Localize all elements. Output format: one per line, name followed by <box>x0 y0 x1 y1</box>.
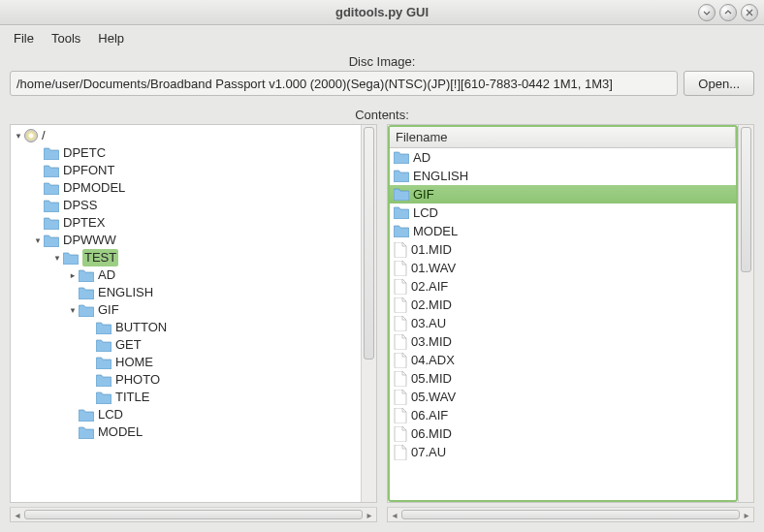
list-row[interactable]: 03.AU <box>390 314 736 332</box>
list-row[interactable]: 03.MID <box>390 332 736 351</box>
folder-icon <box>96 322 111 334</box>
list-item-label: 06.AIF <box>411 408 448 422</box>
list-row[interactable]: AD <box>390 148 736 167</box>
tree-row[interactable]: ▸AD <box>13 266 359 284</box>
minimize-button[interactable] <box>698 4 716 21</box>
folder-icon <box>394 225 409 237</box>
window-title: gditools.py GUI <box>6 5 758 19</box>
list-row[interactable]: LCD <box>390 203 736 222</box>
file-icon <box>394 297 407 313</box>
folder-icon <box>79 304 94 317</box>
tree-row[interactable]: HOME <box>13 354 359 371</box>
file-icon <box>394 445 407 460</box>
list-item-label: 06.MID <box>411 426 452 441</box>
column-header-filename[interactable]: Filename <box>390 127 736 148</box>
folder-icon <box>96 357 111 369</box>
list-row[interactable]: 06.AIF <box>390 406 736 424</box>
tree-row[interactable]: PHOTO <box>13 371 359 389</box>
folder-icon <box>44 182 59 195</box>
file-list[interactable]: Filename ADENGLISHGIFLCDMODEL01.MID01.WA… <box>388 125 738 502</box>
folder-icon <box>79 409 94 422</box>
tree-item-label: TITLE <box>115 389 149 406</box>
menu-tools[interactable]: Tools <box>44 28 88 48</box>
list-row[interactable]: 06.MID <box>390 424 736 443</box>
list-row[interactable]: 02.MID <box>390 296 736 314</box>
disc-image-label: Disc Image: <box>0 50 764 71</box>
chevron-down-icon[interactable]: ▾ <box>51 249 63 266</box>
tree-item-label: HOME <box>115 354 153 371</box>
chevron-down-icon[interactable]: ▾ <box>13 127 24 144</box>
tree-row[interactable]: GET <box>13 336 359 354</box>
folder-icon <box>44 147 59 160</box>
tree-row[interactable]: BUTTON <box>13 319 359 336</box>
list-row[interactable]: ENGLISH <box>390 167 736 185</box>
list-item-label: LCD <box>413 205 438 220</box>
folder-icon <box>96 374 111 387</box>
tree-item-label: AD <box>98 266 115 284</box>
tree-item-label: LCD <box>98 406 123 423</box>
list-item-label: MODEL <box>413 224 458 238</box>
list-row[interactable]: GIF <box>390 185 736 203</box>
folder-icon <box>79 426 94 439</box>
open-button[interactable]: Open... <box>684 71 754 96</box>
menubar: File Tools Help <box>0 25 764 50</box>
chevron-down-icon[interactable]: ▾ <box>32 232 44 249</box>
list-item-label: 02.MID <box>411 297 452 312</box>
close-button[interactable] <box>741 4 758 21</box>
tree-row[interactable]: ▾GIF <box>13 301 359 319</box>
folder-icon <box>96 391 111 404</box>
list-row[interactable]: 01.MID <box>390 240 736 259</box>
list-row[interactable]: MODEL <box>390 222 736 240</box>
list-item-label: ENGLISH <box>413 169 468 183</box>
folder-icon <box>79 287 94 299</box>
folder-tree[interactable]: ▾/DPETCDPFONTDPMODELDPSSDPTEX▾DPWWW▾TEST… <box>11 125 361 443</box>
tree-row[interactable]: TITLE <box>13 389 359 406</box>
contents-label: Contents: <box>0 104 764 124</box>
list-row[interactable]: 07.AU <box>390 443 736 461</box>
list-row[interactable]: 05.WAV <box>390 388 736 406</box>
file-icon <box>394 390 407 405</box>
list-item-label: 03.AU <box>411 316 446 330</box>
tree-row[interactable]: DPSS <box>13 197 359 214</box>
tree-row[interactable]: MODEL <box>13 423 359 441</box>
folder-icon <box>44 235 59 247</box>
tree-item-label: DPSS <box>63 197 97 214</box>
chevron-down-icon[interactable]: ▾ <box>67 301 79 319</box>
scroll-right-icon: ▸ <box>740 509 753 520</box>
list-horizontal-scrollbar[interactable]: ◂ ▸ <box>387 507 754 522</box>
titlebar: gditools.py GUI <box>0 0 764 25</box>
chevron-right-icon[interactable]: ▸ <box>67 266 79 284</box>
tree-row[interactable]: DPMODEL <box>13 179 359 197</box>
tree-row[interactable]: ▾/ <box>13 127 359 144</box>
tree-row[interactable]: ▾TEST <box>13 249 359 266</box>
list-row[interactable]: 04.ADX <box>390 351 736 369</box>
tree-item-label: TEST <box>82 249 118 266</box>
tree-row[interactable]: ENGLISH <box>13 284 359 301</box>
file-icon <box>394 408 407 423</box>
menu-file[interactable]: File <box>6 28 42 48</box>
tree-vertical-scrollbar[interactable] <box>361 125 376 502</box>
tree-horizontal-scrollbar[interactable]: ◂ ▸ <box>10 507 377 522</box>
disc-icon <box>24 129 38 142</box>
file-icon <box>394 334 407 350</box>
list-item-label: AD <box>413 150 430 165</box>
list-item-label: 03.MID <box>411 334 452 349</box>
folder-icon <box>63 252 79 265</box>
maximize-button[interactable] <box>719 4 737 21</box>
list-row[interactable]: 05.MID <box>390 369 736 388</box>
tree-row[interactable]: DPFONT <box>13 162 359 179</box>
tree-item-label: / <box>42 127 46 144</box>
list-vertical-scrollbar[interactable] <box>738 125 753 502</box>
tree-row[interactable]: DPTEX <box>13 214 359 232</box>
tree-row[interactable]: LCD <box>13 406 359 423</box>
tree-row[interactable]: DPETC <box>13 144 359 162</box>
menu-help[interactable]: Help <box>90 28 132 48</box>
list-row[interactable]: 01.WAV <box>390 259 736 277</box>
file-icon <box>394 316 407 331</box>
list-row[interactable]: 02.AIF <box>390 277 736 296</box>
tree-item-label: PHOTO <box>115 371 160 389</box>
folder-icon <box>79 269 94 282</box>
list-item-label: GIF <box>413 187 434 202</box>
tree-row[interactable]: ▾DPWWW <box>13 232 359 249</box>
list-item-label: 02.AIF <box>411 279 448 294</box>
